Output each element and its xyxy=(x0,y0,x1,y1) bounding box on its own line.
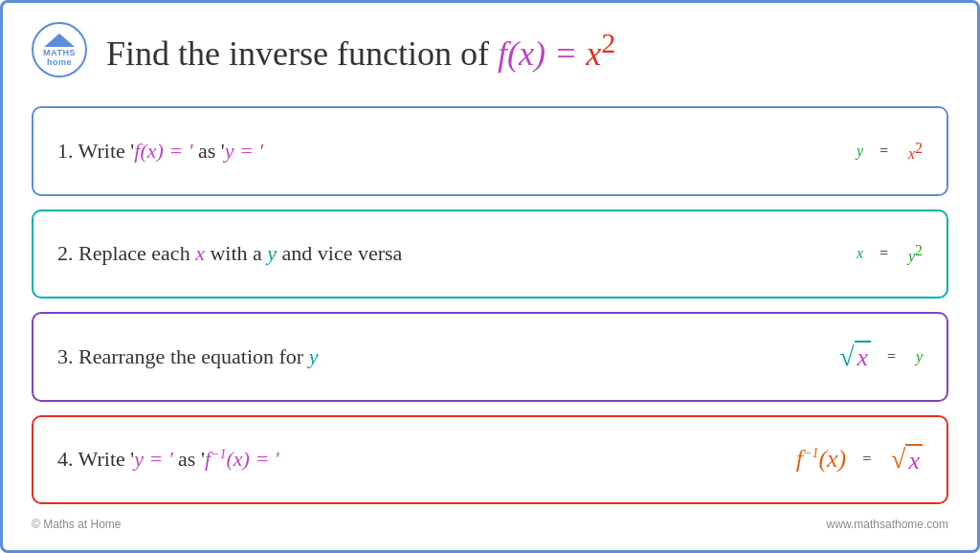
step2-formula-x: x xyxy=(857,245,863,262)
step2-x: x xyxy=(195,241,205,265)
logo: MATHS home xyxy=(32,22,87,77)
page-title: Find the inverse function of f(x) = x2 xyxy=(106,27,615,74)
step3-formula-y: y xyxy=(916,348,923,365)
step-4-box: 4. Write 'y = ' as 'f−1(x) = ' f−1(x) = … xyxy=(32,415,948,505)
step-3-text: 3. Rearrange the equation for y xyxy=(57,344,318,369)
step3-sqrt-x: x xyxy=(855,341,872,372)
step-1-formula: y = x2 xyxy=(857,140,923,163)
step-4-text: 4. Write 'y = ' as 'f−1(x) = ' xyxy=(57,447,278,472)
step-1-text: 1. Write 'f(x) = ' as 'y = ' xyxy=(57,139,263,164)
step3-sqrt-sign: √ xyxy=(839,343,854,370)
step-3-formula: √x = y xyxy=(839,341,923,372)
step3-sqrt: √x xyxy=(839,341,871,372)
step4-finv: f−1(x) = ' xyxy=(205,447,279,471)
step4-formula-finv: f−1(x) xyxy=(796,445,847,474)
step3-equals: = xyxy=(882,348,904,365)
footer-right: www.mathsathome.com xyxy=(827,518,948,531)
footer: © Maths at Home www.mathsathome.com xyxy=(32,514,948,531)
step1-equals: = xyxy=(875,143,897,160)
logo-triangle xyxy=(44,33,75,47)
step4-y: y = ' xyxy=(134,447,172,471)
main-container: MATHS home Find the inverse function of … xyxy=(0,0,980,553)
header: MATHS home Find the inverse function of … xyxy=(32,12,948,92)
step4-equals: = xyxy=(858,451,880,468)
step4-sqrt-x: x xyxy=(905,444,923,476)
content-area: 1. Write 'f(x) = ' as 'y = ' y = x2 2. R… xyxy=(32,92,948,514)
step-1-box: 1. Write 'f(x) = ' as 'y = ' y = x2 xyxy=(32,106,948,196)
step-2-box: 2. Replace each x with a y and vice vers… xyxy=(32,210,948,299)
step-2-text: 2. Replace each x with a y and vice vers… xyxy=(57,241,402,266)
step1-y: y = ' xyxy=(225,139,263,163)
step3-y: y xyxy=(309,344,319,368)
step-2-formula: x = y2 xyxy=(857,242,923,265)
title-fx: f(x) = xyxy=(498,34,586,73)
logo-home-text: home xyxy=(47,57,72,67)
step-4-formula: f−1(x) = √x xyxy=(796,444,923,476)
title-x: x2 xyxy=(586,34,615,73)
step2-equals: = xyxy=(875,245,897,262)
step1-formula-x2: x2 xyxy=(908,140,923,163)
step4-sqrt-sign: √ xyxy=(891,446,905,473)
step1-fx: f(x) = ' xyxy=(134,139,192,163)
step4-sqrt: √x xyxy=(891,444,923,476)
step2-formula-y2: y2 xyxy=(908,242,923,265)
step-3-box: 3. Rearrange the equation for y √x = y xyxy=(32,312,948,402)
logo-maths-text: MATHS xyxy=(43,48,76,57)
step2-y: y xyxy=(267,241,277,265)
step1-formula-y: y xyxy=(857,143,863,160)
footer-left: © Maths at Home xyxy=(32,518,122,531)
